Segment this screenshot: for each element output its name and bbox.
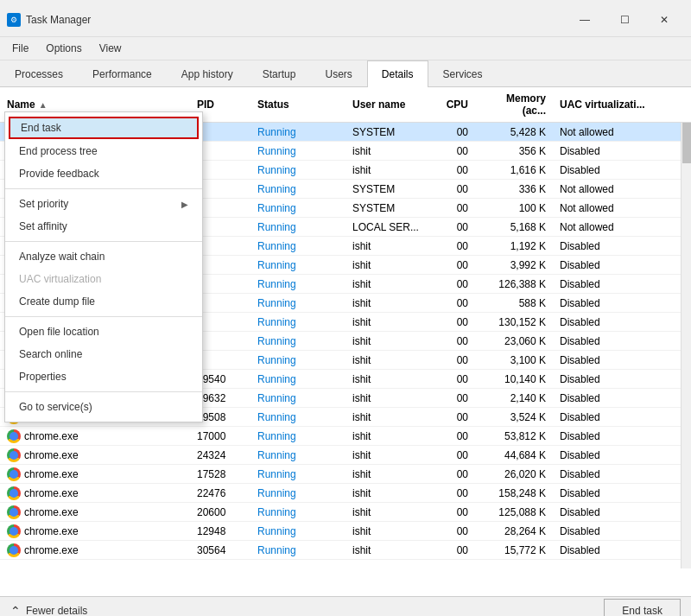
context-menu-item[interactable]: Create dump file [5,290,202,313]
cell-name: chrome.exe [0,485,190,502]
cell-memory: 10,140 K [475,372,553,387]
table-row[interactable]: chrome.exe 12948 Running ishit 00 28,264… [0,522,691,541]
cell-pid: 24324 [190,448,250,463]
window-controls: — ☐ ✕ [565,7,684,33]
cell-status: Running [250,219,346,235]
cell-uac: Disabled [553,467,691,482]
context-menu-item[interactable]: End process tree [5,140,202,162]
context-menu-item[interactable]: End task [9,117,199,139]
cell-memory: 1,192 K [475,238,553,254]
col-header-name[interactable]: Name ▲ [0,97,190,112]
minimize-button[interactable]: — [565,7,605,33]
col-header-uac[interactable]: UAC virtualizati... [553,97,691,112]
cell-username: ishit [346,238,432,254]
table-row[interactable]: chrome.exe 17000 Running ishit 00 53,812… [0,427,691,446]
cell-username: ishit [346,372,432,387]
close-button[interactable]: ✕ [644,7,684,33]
context-menu-item[interactable]: Provide feedback [5,162,202,185]
col-header-cpu[interactable]: CPU [432,97,475,112]
process-name: chrome.exe [24,544,79,556]
table-row[interactable]: chrome.exe 17528 Running ishit 00 26,020… [0,465,691,484]
tab-services[interactable]: Services [428,60,498,87]
context-menu-item-label: Open file location [19,326,99,338]
table-row[interactable]: chrome.exe 20600 Running ishit 00 125,08… [0,503,691,522]
cell-name: chrome.exe [0,466,190,483]
context-menu-item[interactable]: Set affinity [5,215,202,238]
cell-memory: 126,388 K [475,276,553,292]
cell-username: ishit [346,467,432,482]
cell-cpu: 00 [432,314,475,330]
cell-memory: 28,264 K [475,524,553,539]
tab-performance[interactable]: Performance [78,60,167,87]
cell-cpu: 00 [432,295,475,311]
context-menu-item[interactable]: Properties [5,365,202,388]
cell-username: ishit [346,333,432,349]
context-menu-item-label: UAC virtualization [19,273,101,285]
context-menu-item[interactable]: Analyze wait chain [5,245,202,268]
tab-app-history[interactable]: App history [167,60,248,87]
menu-view[interactable]: View [91,39,130,58]
col-header-memory[interactable]: Memory (ac... [475,91,553,118]
context-menu-item-label: Go to service(s) [19,401,92,413]
tab-startup[interactable]: Startup [248,60,311,87]
table-row[interactable]: chrome.exe 22476 Running ishit 00 158,24… [0,484,691,503]
context-menu-item-label: Provide feedback [19,168,99,180]
cell-username: ishit [346,448,432,463]
context-menu-item-label: End process tree [19,145,98,157]
menu-options[interactable]: Options [37,39,90,58]
cell-username: ishit [346,257,432,273]
cell-uac: Disabled [553,333,691,349]
cell-status: Running [250,372,346,387]
cell-status: Running [250,257,346,273]
col-header-username[interactable]: User name [346,97,432,112]
menu-file[interactable]: File [3,39,37,58]
col-header-status[interactable]: Status [250,97,346,112]
context-menu-item[interactable]: Go to service(s) [5,396,202,418]
menu-bar: File Options View [0,37,691,60]
cell-uac: Disabled [553,543,691,558]
cell-username: ishit [346,410,432,425]
cell-cpu: 00 [432,352,475,368]
context-menu-item[interactable]: Search online [5,343,202,365]
cell-status: Running [250,200,346,216]
cell-memory: 3,100 K [475,352,553,368]
cell-status: Running [250,181,346,197]
scrollbar[interactable] [681,111,691,568]
table-row[interactable]: chrome.exe 30564 Running ishit 00 15,772… [0,541,691,560]
cell-cpu: 00 [432,467,475,482]
cell-uac: Not allowed [553,124,691,140]
cell-username: ishit [346,162,432,178]
cell-status: Running [250,391,346,406]
title-bar-left: ⚙ Task Manager [7,13,91,27]
col-header-pid[interactable]: PID [190,97,250,112]
cell-memory: 26,020 K [475,467,553,482]
fewer-details-button[interactable]: ⌃ Fewer details [10,604,87,617]
cell-status: Running [250,486,346,501]
cell-username: SYSTEM [346,124,432,140]
context-menu-item-label: End task [21,122,61,134]
cell-username: ishit [346,505,432,520]
tab-details[interactable]: Details [367,60,428,87]
context-menu-item-label: Set affinity [19,220,67,232]
context-menu-separator [5,316,202,317]
cell-username: ishit [346,524,432,539]
cell-status: Running [250,314,346,330]
tab-users[interactable]: Users [310,60,366,87]
cell-status: Running [250,410,346,425]
cell-status: Running [250,448,346,463]
cell-uac: Disabled [553,524,691,539]
tab-processes[interactable]: Processes [0,60,78,87]
table-row[interactable]: chrome.exe 24324 Running ishit 00 44,684… [0,446,691,465]
end-task-button[interactable]: End task [604,599,681,617]
cell-cpu: 00 [432,524,475,539]
tab-bar: Processes Performance App history Startu… [0,60,691,87]
context-menu-item-label: Analyze wait chain [19,251,105,263]
maximize-button[interactable]: ☐ [605,7,644,33]
cell-cpu: 00 [432,200,475,216]
context-menu-item[interactable]: Open file location [5,321,202,343]
cell-uac: Disabled [553,352,691,368]
process-name: chrome.exe [24,430,79,442]
cell-username: ishit [346,486,432,501]
cell-uac: Disabled [553,505,691,520]
context-menu-item[interactable]: Set priority▶ [5,193,202,215]
